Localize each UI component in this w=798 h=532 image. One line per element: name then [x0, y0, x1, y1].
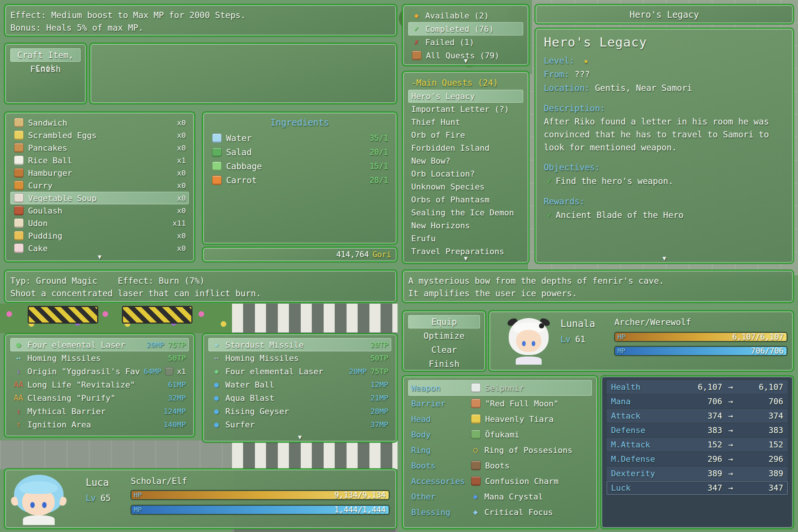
quest-row[interactable]: Erufu [408, 232, 523, 245]
item-count: x0 [177, 131, 186, 140]
skill-row[interactable]: ● Rising Geyser 28MP [208, 405, 391, 418]
stat-row[interactable]: Defense 383 → 383 [607, 423, 788, 437]
craft-item-row[interactable]: Pancakes x0 [10, 141, 189, 154]
quest-name: Orb of Fire [411, 130, 520, 140]
carrot-icon [212, 175, 222, 185]
ingredient-list: Water 35/1 Salad 20/1 Cabbage 15/1 Carro… [208, 131, 391, 187]
craft-command[interactable]: Craft Item, Cook [10, 48, 81, 62]
quest-category-row[interactable]: ◆ Available (2) [408, 9, 523, 22]
hp-gauge: HP 9,134/9,134 [131, 490, 389, 500]
charm-icon [471, 476, 481, 486]
craft-item-row[interactable]: Scrambled Eggs x0 [10, 129, 189, 141]
equip-command[interactable]: Clear [408, 343, 480, 357]
skill-row[interactable]: ★ Stardust Missile 20TP [208, 338, 391, 351]
quest-row[interactable]: Orb Location? [408, 167, 523, 180]
quest-category-row[interactable]: ✓ Completed (76) [408, 22, 523, 35]
skill-row[interactable]: ● Aqua Blast 21MP [208, 391, 391, 405]
quest-row[interactable]: Hero's Legacy [408, 90, 523, 103]
stat-label: M.Defense [611, 454, 678, 464]
stat-row[interactable]: Luck 347 → 347 [607, 481, 788, 495]
skill-row[interactable]: ⇓ Origin "Yggdrasil's Favor" 64MPx1 [10, 365, 189, 378]
craft-item-row[interactable]: Rice Ball x1 [10, 154, 189, 167]
stat-row[interactable]: Dexterity 389 → 389 [607, 467, 788, 480]
craft-item-row[interactable]: Udon x11 [10, 217, 189, 229]
water-drop-icon: ● [211, 406, 222, 416]
skill-row[interactable]: ◆ Four elemental Laser 20MP75TP [208, 365, 391, 378]
quest-category-row[interactable]: ✗ Failed (1) [408, 35, 523, 49]
craft-item-row[interactable]: Pudding x0 [10, 229, 189, 242]
equipped-item-name: Ring of Possesions [484, 446, 572, 455]
craft-item-row[interactable]: Cake x0 [10, 242, 189, 255]
equip-slot-row[interactable]: Ring ○ Ring of Possesions [408, 442, 592, 458]
item-name: Udon [28, 219, 170, 228]
quest-row[interactable]: New Bow? [408, 154, 523, 167]
craft-item-row[interactable]: Goulash x0 [10, 204, 189, 217]
stat-old-value: 374 [678, 411, 722, 420]
skill-row[interactable]: AA Long Life "Revitalize" 61MP [10, 378, 189, 391]
quest-row[interactable]: Orbs of Phantasm [408, 193, 523, 206]
stat-new-value: 347 [739, 483, 783, 492]
stat-row[interactable]: Attack 374 → 374 [607, 409, 788, 423]
stat-new-value: 374 [739, 411, 783, 420]
craft-command-label: Finish [30, 64, 61, 74]
equip-command[interactable]: Equip [408, 315, 480, 328]
equip-slot-row[interactable]: Body Ōfukami [408, 427, 592, 442]
skill-row[interactable]: AA Cleansing "Purify" 32MP [10, 391, 189, 405]
arrow-icon: → [728, 454, 733, 464]
stat-new-value: 706 [739, 397, 783, 406]
level-value: 65 [100, 493, 111, 503]
quest-row[interactable]: Forbidden Island [408, 141, 523, 154]
equip-command[interactable]: Finish [408, 357, 480, 371]
skill-name: Aqua Blast [225, 393, 367, 403]
equip-slot-row[interactable]: Other ◆ Mana Crystal [408, 489, 592, 504]
equip-slot-row[interactable]: Blessing ◆ Critical Focus [408, 504, 592, 520]
quest-row[interactable]: Unknown Species [408, 180, 523, 193]
quest-row[interactable]: Important Letter (?) [408, 103, 523, 116]
sandwich-icon [14, 118, 24, 127]
skill-row[interactable]: ● Water Ball 12MP [208, 378, 391, 391]
equip-slot-row[interactable]: Head Heavenly Tiara [408, 411, 592, 427]
flame-arrow-icon: ↑ [13, 419, 24, 430]
quest-row[interactable]: Orb of Fire [408, 129, 523, 141]
actor-level: Lv61 [560, 334, 585, 344]
lunala-portrait [507, 317, 551, 365]
ingredient-name: Cabbage [226, 161, 366, 171]
quest-row[interactable]: New Horizons [408, 219, 523, 232]
quest-row[interactable]: Thief Hunt [408, 116, 523, 129]
craft-item-row[interactable]: Hamburger x0 [10, 167, 189, 179]
equip-slot-row[interactable]: Barrier "Red Full Moon" [408, 396, 592, 411]
skill-row[interactable]: ↔ Homing Missiles 50TP [10, 351, 189, 365]
skill-costs: 20TP [367, 340, 388, 349]
cost-tp: 75TP [168, 340, 186, 349]
curry-icon [14, 181, 24, 190]
craft-item-row[interactable]: Sandwich x0 [10, 116, 189, 129]
quest-row[interactable]: Sealing the Ice Demon [408, 206, 523, 219]
item-description-panel: A mysterious bow from the depths of fenr… [402, 270, 794, 303]
stat-row[interactable]: Health 6,107 → 6,107 [607, 380, 788, 394]
skill-row[interactable]: ↕ Mythical Barrier 124MP [10, 405, 189, 418]
pancakes-icon [14, 143, 24, 153]
skill-row[interactable]: ↑ Ignition Area 140MP [10, 418, 189, 431]
skill-row[interactable]: ↔ Homing Missiles 50TP [208, 351, 391, 365]
craft-command[interactable]: Finish [10, 62, 81, 76]
boots-icon [471, 461, 481, 470]
quest-list-panel: -Main Quests (24) Hero's Legacy Importan… [402, 71, 529, 264]
equip-command[interactable]: Optimize [408, 329, 480, 342]
skill-description-lines: Typ: Ground Magic Effect: Burn (7%)Shoot… [10, 274, 391, 300]
quest-list-header[interactable]: -Main Quests (24) [408, 76, 523, 90]
quest-name: Orbs of Phantasm [411, 195, 520, 204]
equip-slot-row[interactable]: Accessories Confusion Charm [408, 473, 592, 489]
skill-row[interactable]: ● Surfer 37MP [208, 418, 391, 431]
stat-row[interactable]: Mana 706 → 706 [607, 395, 788, 408]
craft-item-row[interactable]: Curry x0 [10, 179, 189, 192]
stat-row[interactable]: M.Attack 152 → 152 [607, 438, 788, 451]
equip-slot-row[interactable]: Weapon Selphnir [408, 380, 592, 396]
quest-detail-panel: Hero's Legacy Level: ★ From: ??? Locatio… [535, 28, 794, 264]
stat-row[interactable]: M.Defense 296 → 296 [607, 452, 788, 466]
skill-row[interactable]: ● Four elemental Laser 20MP75TP [10, 338, 189, 351]
equip-slot-list: Weapon Selphnir Barrier "Red Full Moon" … [408, 380, 592, 520]
item-name: Pancakes [28, 143, 174, 153]
equip-slot-row[interactable]: Boots Boots [408, 458, 592, 473]
craft-item-row[interactable]: Vegetable Soup x0 [10, 192, 189, 204]
portrait-eye [522, 341, 526, 346]
